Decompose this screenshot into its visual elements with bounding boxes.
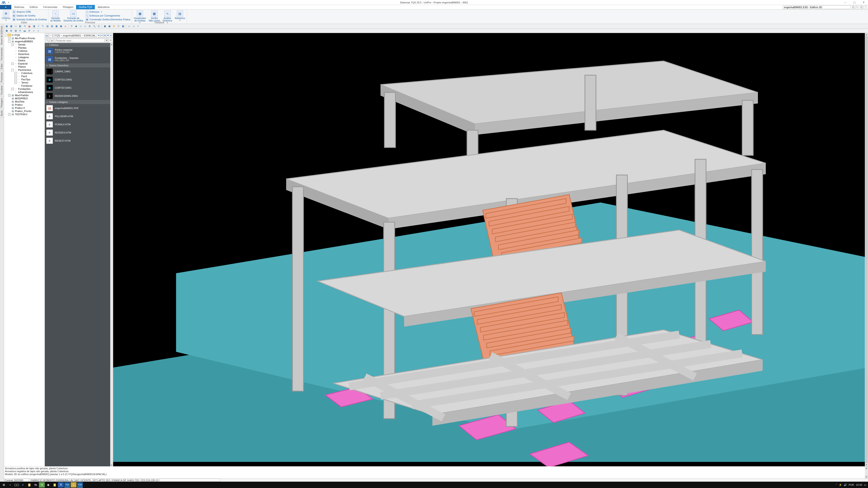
app-icon[interactable]: C [71, 482, 76, 488]
tree-node[interactable]: 🏢MODPREO [4, 97, 44, 100]
tqs-icon[interactable]: TQS [64, 482, 70, 488]
file-tab[interactable]: ▾ [0, 5, 11, 9]
nav-section-header[interactable]: ▼Outras Listagens [45, 100, 113, 104]
tool-icon[interactable]: ⊞ [9, 29, 13, 33]
tool-icon[interactable]: ⚲ [69, 25, 73, 28]
nav-item[interactable]: ▦CORTEF.DWG [45, 84, 113, 92]
nav-section-header[interactable]: ▼Critérios [45, 43, 113, 47]
minimize-button[interactable]: ─ [841, 0, 850, 5]
expand-icon[interactable]: + [14, 72, 17, 74]
tool-icon[interactable]: ⊘ [27, 29, 31, 33]
filter-icon[interactable]: ▤ [50, 39, 54, 42]
criterios-button[interactable]: ⚙ Critérios ▼ [1, 10, 11, 21]
tool-icon[interactable]: ↗ [36, 25, 40, 28]
tree-node[interactable]: +▫Gerais [4, 43, 44, 46]
scroll-up-icon[interactable]: ▲ [865, 33, 868, 36]
tool-icon[interactable]: ⤾ [32, 29, 36, 33]
tool-icon[interactable]: ▸ [63, 25, 67, 28]
tool-icon[interactable]: ▩ [9, 25, 13, 28]
nav-section-header[interactable]: ▼Outros Desenhos [45, 63, 113, 67]
tool-icon[interactable]: ▦ [121, 25, 125, 28]
explorer-icon[interactable]: ▇ [26, 482, 32, 488]
viewport-scrollbar[interactable]: ▲ ▼ [865, 33, 868, 466]
tree-node[interactable]: +🏢TESTEALV [4, 113, 44, 116]
search-icon[interactable]: 🔍 [46, 39, 49, 42]
nav-item[interactable]: eRESDES.HTM [45, 129, 113, 137]
flag-icon[interactable]: ⚑ [106, 34, 109, 37]
project-tree[interactable]: -C:\TQS+🏢Alv-Pratico-Pronto-🏢engenhaBIM0… [4, 33, 45, 466]
search-input[interactable] [54, 39, 105, 42]
notifications-icon[interactable]: ▭ [864, 484, 866, 486]
tree-node[interactable]: +▫PavTipo [4, 78, 44, 81]
tab-grelha-tqs[interactable]: Grelha-TQS [76, 5, 95, 9]
tool-icon[interactable]: ▤ [50, 25, 54, 28]
tool-icon[interactable]: ⊡ [97, 25, 101, 28]
cortana-icon[interactable]: ○ [7, 482, 13, 488]
expand-icon[interactable]: + [11, 43, 14, 46]
tree-node[interactable]: 🏢Pratico_Pronto [4, 109, 44, 113]
nav-item[interactable]: ▤Pórtico espacialCRITPOR.DAT [45, 47, 113, 55]
tab-sistemas[interactable]: Sistemas [11, 5, 27, 9]
tree-node[interactable]: ▫Pilares [4, 65, 44, 68]
scroll-up-icon[interactable]: ▲ [865, 466, 868, 470]
expand-icon[interactable]: + [14, 78, 17, 81]
tree-node[interactable]: +▫Cobertura [4, 71, 44, 75]
network-icon[interactable]: ⚡ [839, 484, 842, 486]
tool-icon[interactable]: ▭ [131, 25, 135, 28]
navigator-scrollbar[interactable]: ▲ ▼ [110, 43, 113, 466]
esforcos-button[interactable]: ↘Esforços▼ [86, 10, 130, 13]
tree-node[interactable]: +▫Fundações [4, 87, 44, 91]
revit-icon[interactable]: R [58, 482, 64, 488]
tree-node[interactable]: ▫Listagens [4, 56, 44, 59]
nav-item[interactable]: ▦CORTED.DWG [45, 75, 113, 84]
tree-node[interactable]: 🏢Pratico II [4, 106, 44, 109]
relatorios-button[interactable]: ▤ Relatórios ▼ [174, 10, 185, 21]
tool-icon[interactable]: ⤿ [36, 29, 40, 33]
expand-icon[interactable]: + [8, 37, 11, 40]
entrada-grafica-button[interactable]: ▩Entrada Gráfica de Grelhas [12, 18, 47, 21]
expand-icon[interactable]: + [8, 94, 11, 97]
tool-icon[interactable]: ▦ [54, 25, 58, 28]
tool-icon[interactable]: ⟳ [18, 29, 22, 33]
tqs-icon[interactable]: TQS [77, 482, 83, 488]
message-log[interactable]: Armadura positiva de lajes não gerada, p… [4, 466, 868, 479]
tool-icon[interactable]: ▭ [83, 25, 87, 28]
path-dropdown-icon[interactable]: ▼ [98, 34, 100, 37]
search-dropdown-icon[interactable]: ▼ [105, 39, 108, 42]
vtab-visualizar[interactable]: Visualizar [0, 84, 4, 97]
tool-icon[interactable]: ▦ [4, 25, 9, 28]
help-icon[interactable]: ? [864, 5, 867, 9]
nav-item[interactable]: ▤engenhaBIM001.PDF [45, 104, 113, 112]
tool-icon[interactable]: 🔍 [92, 25, 96, 28]
refresh-icon[interactable]: ⟳ [100, 34, 103, 37]
vtab-ajuda[interactable]: Ajuda [0, 109, 4, 118]
tree-node[interactable]: ▫Dados [4, 59, 44, 62]
tab-edificio[interactable]: Edifício [27, 5, 40, 9]
clear-search-icon[interactable]: ✕ [109, 39, 112, 42]
tree-node[interactable]: 🏢Pratico [4, 103, 44, 106]
expand-icon[interactable]: - [5, 34, 7, 36]
tree-node[interactable]: -▫Pavimentos [4, 68, 44, 71]
viewport-3d[interactable]: ▲ ▼ [113, 33, 868, 466]
tool-icon[interactable]: ▣ [107, 25, 111, 28]
conversao-fem-button[interactable]: ▩Conversão Grelha-Elementos Finitos [86, 18, 130, 21]
scroll-down-icon[interactable]: ▼ [865, 475, 868, 479]
arquivo-gre-button[interactable]: ▤Arquivo GRE [12, 10, 47, 13]
nav-item[interactable]: ePGLOERR.HTM [45, 112, 113, 120]
edit-dropdown-icon[interactable]: ▼ [860, 5, 863, 9]
tool-icon[interactable]: ▣ [103, 25, 107, 28]
tool-icon[interactable]: ✱ [112, 25, 116, 28]
tree-node[interactable]: ▫Critérios [4, 49, 44, 53]
scroll-up-icon[interactable]: ▲ [110, 43, 113, 46]
tool-icon[interactable]: ▤ [13, 29, 18, 33]
vtab-arvore[interactable]: Árvore de Edifícios [0, 25, 4, 46]
tree-node[interactable]: ▫Plantas [4, 46, 44, 49]
tool-icon[interactable]: ◉ [74, 25, 78, 28]
expand-icon[interactable]: - [8, 40, 11, 43]
vtab-plotagem[interactable]: Plotagem [0, 97, 4, 109]
tool-icon[interactable]: ◧ [18, 25, 22, 28]
vtab-editar[interactable]: Editar [0, 62, 4, 71]
tab-plotagem[interactable]: Plotagem [60, 5, 76, 9]
geracao-modelo-button[interactable]: ▫ Geração do Modelo [50, 10, 61, 22]
expand-icon[interactable]: + [14, 75, 17, 77]
